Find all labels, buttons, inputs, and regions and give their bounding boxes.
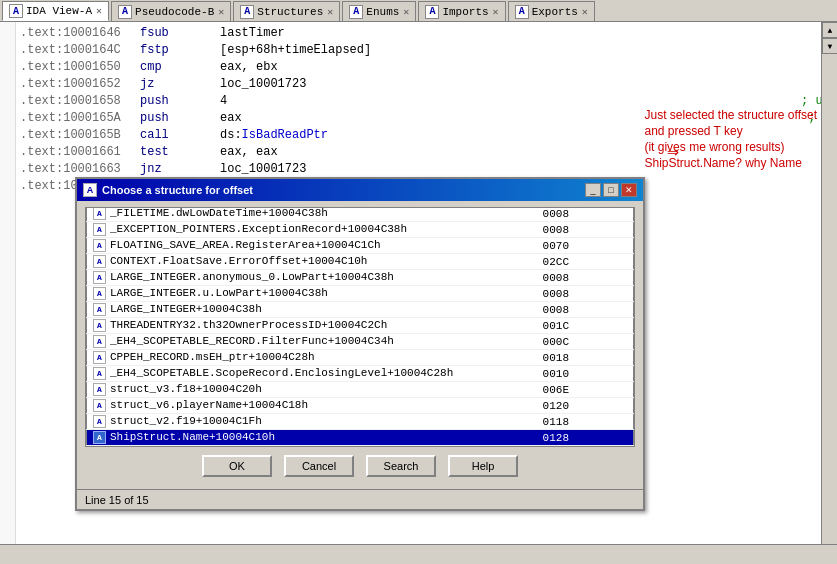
- struct-repr-cell: AShipStruct.Name+10004C10h: [87, 430, 537, 446]
- scroll-down-btn[interactable]: ▼: [822, 38, 837, 54]
- right-scrollbar[interactable]: ▲ ▼: [821, 22, 837, 564]
- struct-repr-cell: ATHREADENTRY32.th32OwnerProcessID+10004C…: [87, 318, 537, 334]
- addr-8: .text:10001661: [20, 145, 120, 159]
- mnem-1: fsub: [140, 26, 220, 40]
- struct-row-icon: A: [93, 431, 106, 444]
- struct-size-cell: 0070: [537, 238, 634, 254]
- table-row[interactable]: ACONTEXT.FloatSave.ErrorOffset+10004C10h…: [87, 254, 634, 270]
- table-row[interactable]: A_EH4_SCOPETABLE_RECORD.FilterFunc+10004…: [87, 334, 634, 350]
- struct-repr-cell: A_EXCEPTION_POINTERS.ExceptionRecord+100…: [87, 222, 537, 238]
- tab-structures-close[interactable]: ✕: [327, 6, 333, 18]
- struct-row-icon: A: [93, 367, 106, 380]
- dialog-choose-structure: A Choose a structure for offset _ □ ✕ Op…: [75, 177, 645, 511]
- struct-row-icon: A: [93, 255, 106, 268]
- table-row[interactable]: A_EXCEPTION_POINTERS.ExceptionRecord+100…: [87, 222, 634, 238]
- table-row[interactable]: AFLOATING_SAVE_AREA.RegisterArea+10004C1…: [87, 238, 634, 254]
- addr-2: .text:1000164C: [20, 43, 120, 57]
- dialog-minimize-btn[interactable]: _: [585, 183, 601, 197]
- ida-line-1: .text:10001646 fsub lastTimer: [0, 24, 837, 41]
- dialog-controls: _ □ ✕: [585, 183, 637, 197]
- tab-structures-label: Structures: [257, 6, 323, 18]
- table-row[interactable]: Astruct_v2.f19+10004C1Fh0118: [87, 414, 634, 430]
- ops-3: eax, ebx: [220, 60, 837, 74]
- struct-repr-cell: A_FILETIME.dwLowDateTime+10004C38h: [87, 207, 537, 222]
- struct-repr-cell: ALARGE_INTEGER.anonymous_0.LowPart+10004…: [87, 270, 537, 286]
- dialog-title-text: Choose a structure for offset: [102, 184, 253, 196]
- dialog-buttons: OK Cancel Search Help: [85, 447, 635, 483]
- struct-size-cell: 02CC: [537, 254, 634, 270]
- struct-repr-cell: ACPPEH_RECORD.msEH_ptr+10004C28h: [87, 350, 537, 366]
- struct-size-cell: 0010: [537, 366, 634, 382]
- mnem-2: fstp: [140, 43, 220, 57]
- struct-row-icon: A: [93, 335, 106, 348]
- help-button[interactable]: Help: [448, 455, 518, 477]
- table-row[interactable]: ATHREADENTRY32.th32OwnerProcessID+10004C…: [87, 318, 634, 334]
- mnem-6: push: [140, 111, 220, 125]
- annotation-line2: and pressed T key: [644, 123, 817, 139]
- struct-row-icon: A: [93, 303, 106, 316]
- tab-enums-icon: A: [349, 5, 363, 19]
- struct-row-icon: A: [93, 399, 106, 412]
- struct-size-cell: 001C: [537, 318, 634, 334]
- struct-repr-cell: AFLOATING_SAVE_AREA.RegisterArea+10004C1…: [87, 238, 537, 254]
- ida-line-2: .text:1000164C fstp [esp+68h+timeElapsed…: [0, 41, 837, 58]
- struct-table-container[interactable]: Operand representation Structure size A_…: [85, 207, 635, 447]
- mnem-9: jnz: [140, 162, 220, 176]
- dialog-status-bar: Line 15 of 15: [77, 489, 643, 509]
- tab-pseudocode-icon: A: [118, 5, 132, 19]
- tab-structures-icon: A: [240, 5, 254, 19]
- struct-repr-cell: A_EH4_SCOPETABLE.ScopeRecord.EnclosingLe…: [87, 366, 537, 382]
- tab-imports-close[interactable]: ✕: [493, 6, 499, 18]
- dialog-maximize-btn[interactable]: □: [603, 183, 619, 197]
- search-button[interactable]: Search: [366, 455, 436, 477]
- tab-pseudocode-close[interactable]: ✕: [218, 6, 224, 18]
- struct-size-cell: 0128: [537, 430, 634, 446]
- tab-imports[interactable]: A Imports ✕: [418, 1, 505, 21]
- scroll-up-btn[interactable]: ▲: [822, 22, 837, 38]
- table-row[interactable]: Astruct_v6.playerName+10004C18h0120: [87, 398, 634, 414]
- annotation-arrow: ⇐: [667, 139, 679, 164]
- struct-size-cell: 0008: [537, 302, 634, 318]
- ops-1: lastTimer: [220, 26, 837, 40]
- mnem-8: test: [140, 145, 220, 159]
- ok-button[interactable]: OK: [202, 455, 272, 477]
- dialog-title-icon: A: [83, 183, 97, 197]
- struct-size-cell: 0018: [537, 350, 634, 366]
- mnem-4: jz: [140, 77, 220, 91]
- table-row[interactable]: A_EH4_SCOPETABLE.ScopeRecord.EnclosingLe…: [87, 366, 634, 382]
- tab-enums-label: Enums: [366, 6, 399, 18]
- struct-repr-cell: Astruct_v2.f19+10004C1Fh: [87, 414, 537, 430]
- struct-repr-cell: ALARGE_INTEGER.u.LowPart+10004C38h: [87, 286, 537, 302]
- cancel-button[interactable]: Cancel: [284, 455, 354, 477]
- struct-repr-cell: Astruct_v3.f18+10004C20h: [87, 382, 537, 398]
- ops-4: loc_10001723: [220, 77, 837, 91]
- tab-ida-view[interactable]: A IDA View-A ✕: [2, 1, 109, 21]
- tab-exports[interactable]: A Exports ✕: [508, 1, 595, 21]
- dialog-close-btn[interactable]: ✕: [621, 183, 637, 197]
- table-row[interactable]: ACPPEH_RECORD.msEH_ptr+10004C28h0018: [87, 350, 634, 366]
- tab-ida-view-close[interactable]: ✕: [96, 5, 102, 17]
- struct-size-cell: 0008: [537, 286, 634, 302]
- table-row[interactable]: AShipStruct.Name+10004C10h0128: [87, 430, 634, 446]
- tab-enums-close[interactable]: ✕: [403, 6, 409, 18]
- table-row[interactable]: ALARGE_INTEGER+10004C38h0008: [87, 302, 634, 318]
- addr-4: .text:10001652: [20, 77, 120, 91]
- addr-5: .text:10001658: [20, 94, 120, 108]
- tab-exports-close[interactable]: ✕: [582, 6, 588, 18]
- ida-line-3: .text:10001650 cmp eax, ebx: [0, 58, 837, 75]
- tab-pseudocode[interactable]: A Pseudocode-B ✕: [111, 1, 231, 21]
- struct-row-icon: A: [93, 383, 106, 396]
- addr-7: .text:1000165B: [20, 128, 120, 142]
- table-row[interactable]: A_FILETIME.dwLowDateTime+10004C38h0008: [87, 207, 634, 222]
- tab-enums[interactable]: A Enums ✕: [342, 1, 416, 21]
- dialog-status-text: Line 15 of 15: [85, 494, 149, 506]
- tab-structures[interactable]: A Structures ✕: [233, 1, 340, 21]
- tab-ida-view-label: IDA View-A: [26, 5, 92, 17]
- addr-1: .text:10001646: [20, 26, 120, 40]
- struct-row-icon: A: [93, 351, 106, 364]
- table-row[interactable]: Astruct_v3.f18+10004C20h006E: [87, 382, 634, 398]
- table-row[interactable]: ALARGE_INTEGER.u.LowPart+10004C38h0008: [87, 286, 634, 302]
- table-row[interactable]: ALARGE_INTEGER.anonymous_0.LowPart+10004…: [87, 270, 634, 286]
- tab-bar: A IDA View-A ✕ A Pseudocode-B ✕ A Struct…: [0, 0, 837, 22]
- main-area: .text:10001646 fsub lastTimer .text:1000…: [0, 22, 837, 564]
